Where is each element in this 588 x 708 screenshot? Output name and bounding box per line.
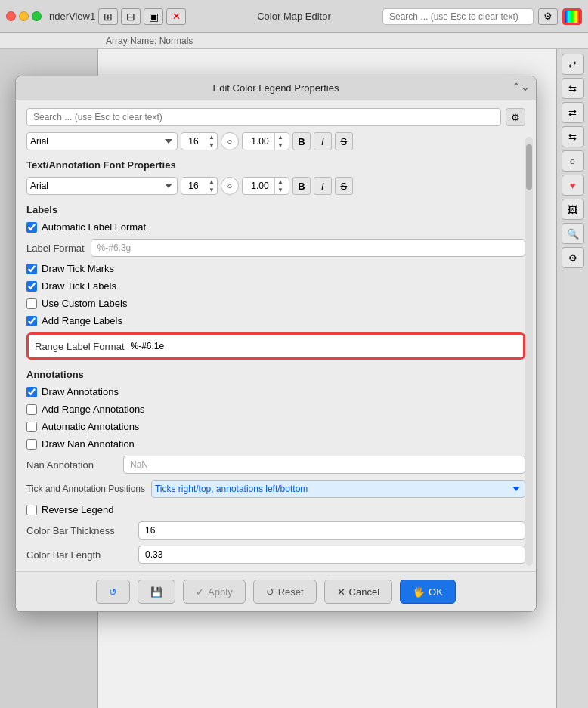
reload-button[interactable]: ↺ — [96, 580, 130, 604]
add-range-annotations-label: Add Range Annotations — [42, 403, 145, 415]
draw-tick-labels-checkbox[interactable] — [26, 281, 37, 292]
circle-btn-2[interactable]: ○ — [221, 177, 239, 195]
apply-button[interactable]: ✓ Apply — [183, 580, 246, 604]
ok-label: OK — [429, 586, 443, 598]
ok-button[interactable]: 🖐 OK — [400, 580, 456, 604]
opacity-down-2[interactable]: ▼ — [275, 186, 286, 194]
close-icon-btn[interactable]: ✕ — [166, 8, 186, 25]
minimize-button[interactable] — [19, 11, 29, 21]
array-name-bar: Array Name: Normals — [0, 33, 588, 49]
draw-tick-marks-row: Draw Tick Marks — [26, 263, 525, 274]
font-size-spinner-2[interactable]: 16 ▲ ▼ — [181, 177, 218, 195]
font-size-spinner-1[interactable]: 16 ▲ ▼ — [181, 132, 218, 150]
maximize-button[interactable] — [32, 11, 42, 21]
strike-btn-1[interactable]: S — [335, 132, 353, 150]
label-format-input[interactable] — [91, 239, 525, 257]
color-bar-length-input[interactable] — [138, 546, 525, 564]
rt-btn-3[interactable]: ⇄ — [562, 102, 584, 123]
rt-btn-5[interactable]: ○ — [562, 150, 584, 172]
layout-btn-3[interactable]: ▣ — [144, 8, 163, 25]
use-custom-labels-row: Use Custom Labels — [26, 298, 525, 309]
add-range-annotations-checkbox[interactable] — [26, 404, 37, 415]
scroll-arrows[interactable]: ⌃⌄ — [512, 81, 530, 93]
rt-btn-7[interactable]: 🖼 — [562, 199, 584, 220]
nan-annotation-input[interactable] — [123, 456, 525, 474]
spinner-down-1[interactable]: ▼ — [206, 141, 217, 150]
color-bar-length-label: Color Bar Length — [26, 549, 132, 561]
font-select-2[interactable]: Arial — [26, 177, 178, 195]
draw-nan-annotation-checkbox[interactable] — [26, 439, 37, 450]
reset-icon: ↺ — [266, 586, 274, 598]
dialog-gear-button[interactable]: ⚙ — [506, 108, 525, 126]
layout-btn-2[interactable]: ⊟ — [121, 8, 141, 25]
opacity-up-2[interactable]: ▲ — [275, 178, 286, 186]
add-range-labels-label: Add Range Labels — [42, 315, 122, 326]
use-custom-labels-label: Use Custom Labels — [42, 298, 127, 309]
font-select-1[interactable]: Arial — [26, 132, 178, 150]
rt-btn-6[interactable]: ♥ — [562, 175, 584, 196]
dialog-scrollbar[interactable] — [525, 137, 533, 566]
layout-btn-1[interactable]: ⊞ — [98, 8, 118, 25]
reverse-legend-row: Reverse Legend — [26, 504, 525, 515]
circle-btn-1[interactable]: ○ — [221, 132, 239, 150]
draw-tick-marks-checkbox[interactable] — [26, 264, 37, 274]
dialog-search-input[interactable] — [26, 108, 501, 126]
tick-pos-select[interactable]: Ticks right/top, annotations left/bottom — [151, 480, 525, 498]
reverse-legend-checkbox[interactable] — [26, 505, 37, 515]
color-bar-thickness-label: Color Bar Thickness — [26, 525, 132, 536]
top-search-input[interactable] — [382, 8, 534, 25]
opacity-up-1[interactable]: ▲ — [275, 133, 286, 141]
opacity-box-1: 1.00 ▲ ▼ — [242, 132, 289, 150]
range-label-format-label: Range Label Format — [35, 341, 125, 352]
rt-btn-1[interactable]: ⇄ — [562, 54, 584, 75]
use-custom-labels-checkbox[interactable] — [26, 298, 37, 309]
annotations-heading: Annotations — [26, 369, 525, 380]
strike-btn-2[interactable]: S — [335, 177, 353, 195]
spinner-up-1[interactable]: ▲ — [206, 133, 217, 141]
rt-btn-8[interactable]: 🔍 — [562, 223, 584, 244]
bold-btn-1[interactable]: B — [292, 132, 311, 150]
label-format-label: Label Format — [26, 243, 85, 254]
opacity-val-2[interactable]: 1.00 — [246, 181, 274, 191]
reset-button[interactable]: ↺ Reset — [253, 580, 317, 604]
automatic-annotations-checkbox[interactable] — [26, 422, 37, 432]
range-label-format-row: Range Label Format — [26, 332, 525, 360]
rt-btn-2[interactable]: ⇆ — [562, 78, 584, 99]
nan-annotation-label: Nan Annotation — [26, 459, 117, 471]
scrollbar-thumb[interactable] — [526, 144, 532, 190]
draw-nan-annotation-label: Draw Nan Annotation — [42, 438, 135, 450]
color-bar-thickness-input[interactable] — [138, 521, 525, 540]
draw-annotations-checkbox[interactable] — [26, 387, 37, 397]
gear-icon-top[interactable]: ⚙ — [538, 8, 558, 25]
auto-label-format-checkbox[interactable] — [26, 222, 37, 233]
font-size-val-1[interactable]: 16 — [181, 136, 206, 147]
array-name-label: Array Name: Normals — [106, 36, 193, 46]
opacity-down-1[interactable]: ▼ — [275, 141, 286, 150]
rt-btn-9[interactable]: ⚙ — [562, 247, 584, 268]
spinner-up-2[interactable]: ▲ — [206, 178, 217, 186]
close-button[interactable] — [6, 11, 16, 21]
opacity-val-1[interactable]: 1.00 — [246, 136, 274, 147]
save-button[interactable]: 💾 — [138, 580, 175, 604]
automatic-annotations-label: Automatic Annotations — [42, 421, 139, 432]
italic-btn-2[interactable]: I — [314, 177, 332, 195]
rt-btn-4[interactable]: ⇆ — [562, 126, 584, 147]
window-controls — [0, 11, 42, 21]
dialog-title-bar: Edit Color Legend Properties ⌃⌄ — [16, 76, 536, 100]
font-size-val-2[interactable]: 16 — [181, 181, 206, 191]
dialog-search-row: ⚙ — [26, 108, 525, 126]
cancel-button[interactable]: ✕ Cancel — [324, 580, 392, 604]
cancel-icon: ✕ — [337, 586, 345, 598]
range-label-format-input[interactable] — [131, 338, 517, 354]
bold-btn-2[interactable]: B — [292, 177, 311, 195]
automatic-annotations-row: Automatic Annotations — [26, 421, 525, 432]
italic-btn-1[interactable]: I — [314, 132, 332, 150]
add-range-labels-checkbox[interactable] — [26, 316, 37, 326]
auto-label-format-label: Automatic Label Format — [42, 221, 146, 233]
window-title: Color Map Editor — [257, 11, 331, 22]
spinner-down-2[interactable]: ▼ — [206, 186, 217, 194]
color-swatch-btn[interactable] — [562, 8, 582, 25]
opacity-box-2: 1.00 ▲ ▼ — [242, 177, 289, 195]
font-row-2: Arial 16 ▲ ▼ ○ 1.00 ▲ ▼ B I S — [26, 177, 525, 195]
add-range-annotations-row: Add Range Annotations — [26, 403, 525, 415]
